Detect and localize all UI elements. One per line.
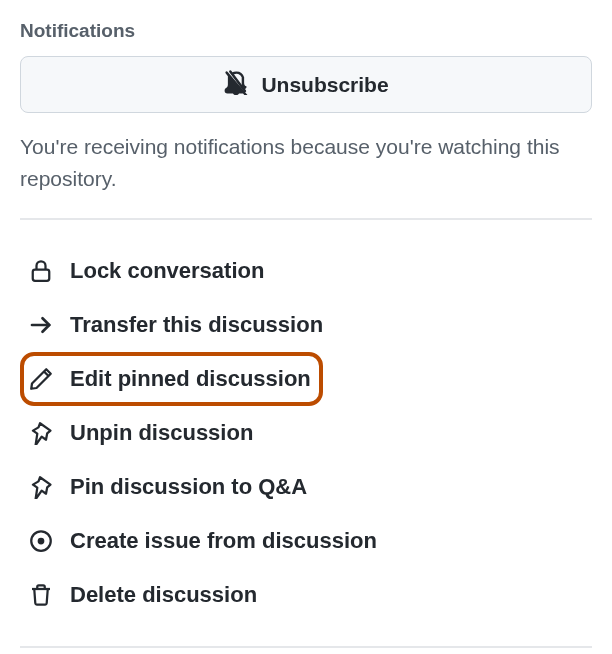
create-issue-action[interactable]: Create issue from discussion [20, 514, 592, 568]
pin-icon [28, 474, 54, 500]
unsubscribe-button[interactable]: Unsubscribe [20, 56, 592, 113]
divider [20, 646, 592, 648]
svg-point-2 [39, 539, 44, 544]
divider [20, 218, 592, 220]
action-label: Pin discussion to Q&A [70, 474, 307, 500]
action-label: Lock conversation [70, 258, 264, 284]
unpin-discussion-action[interactable]: Unpin discussion [20, 406, 592, 460]
action-label: Create issue from discussion [70, 528, 377, 554]
action-label: Unpin discussion [70, 420, 253, 446]
unsubscribe-label: Unsubscribe [261, 73, 388, 97]
edit-pinned-discussion-action[interactable]: Edit pinned discussion [20, 352, 323, 406]
bell-slash-icon [223, 69, 249, 100]
arrow-right-icon [28, 312, 54, 338]
svg-rect-0 [33, 270, 50, 281]
notifications-description: You're receiving notifications because y… [20, 131, 592, 194]
lock-icon [28, 258, 54, 284]
notifications-title: Notifications [20, 20, 592, 42]
pin-icon [28, 420, 54, 446]
trash-icon [28, 582, 54, 608]
notifications-section: Notifications Unsubscribe You're receivi… [20, 20, 592, 194]
action-label: Delete discussion [70, 582, 257, 608]
delete-discussion-action[interactable]: Delete discussion [20, 568, 592, 622]
action-label: Transfer this discussion [70, 312, 323, 338]
pencil-icon [28, 366, 54, 392]
action-label: Edit pinned discussion [70, 366, 311, 392]
transfer-discussion-action[interactable]: Transfer this discussion [20, 298, 592, 352]
issue-opened-icon [28, 528, 54, 554]
pin-to-qa-action[interactable]: Pin discussion to Q&A [20, 460, 592, 514]
lock-conversation-action[interactable]: Lock conversation [20, 244, 592, 298]
discussion-actions: Lock conversation Transfer this discussi… [20, 244, 592, 622]
